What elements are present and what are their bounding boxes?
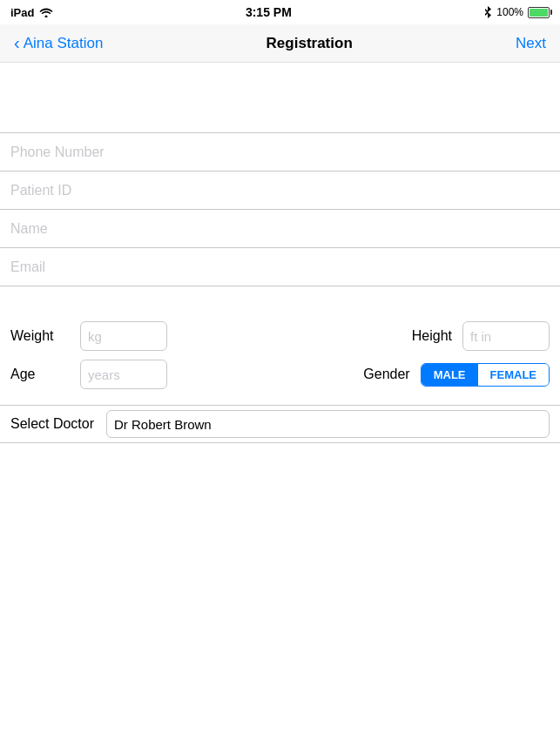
phone-row	[0, 133, 560, 172]
gender-male-button[interactable]: MALE	[422, 364, 478, 386]
next-button[interactable]: Next	[516, 35, 546, 52]
gender-toggle: MALE FEMALE	[421, 363, 550, 387]
weight-input[interactable]	[80, 321, 167, 351]
battery-percent: 100%	[496, 6, 523, 18]
gender-female-button[interactable]: FEMALE	[478, 364, 549, 386]
page-title: Registration	[267, 35, 353, 52]
top-spacer	[0, 63, 560, 132]
status-right: 100%	[483, 6, 550, 18]
email-input[interactable]	[10, 259, 550, 275]
age-gender-row: Age Gender MALE FEMALE	[10, 360, 550, 389]
nav-bar: ‹ Aina Station Registration Next	[0, 24, 560, 63]
patient-id-row	[0, 172, 560, 210]
name-row	[0, 210, 560, 248]
selected-doctor-display[interactable]: Dr Robert Brown	[106, 410, 550, 438]
height-input[interactable]	[462, 321, 550, 351]
device-label: iPad	[10, 6, 34, 19]
gender-group: Gender MALE FEMALE	[363, 363, 550, 387]
inline-fields: Weight Height Age Gender MALE FEMALE	[0, 311, 560, 405]
email-row	[0, 248, 560, 286]
height-label: Height	[412, 328, 452, 344]
bluetooth-icon	[483, 6, 492, 18]
phone-input[interactable]	[10, 145, 550, 160]
back-button[interactable]: ‹ Aina Station	[14, 35, 103, 52]
status-bar: iPad 3:15 PM 100%	[0, 0, 560, 24]
select-doctor-row: Select Doctor Dr Robert Brown	[0, 405, 560, 443]
gender-label: Gender	[363, 367, 409, 382]
select-doctor-label: Select Doctor	[10, 416, 106, 432]
name-input[interactable]	[10, 221, 550, 237]
age-input[interactable]	[80, 360, 167, 389]
weight-height-row: Weight Height	[10, 321, 550, 351]
mid-spacer	[0, 286, 560, 311]
age-label: Age	[10, 367, 80, 382]
status-time: 3:15 PM	[246, 5, 292, 19]
status-left: iPad	[10, 6, 53, 19]
back-label: Aina Station	[24, 35, 104, 52]
chevron-left-icon: ‹	[14, 34, 20, 51]
weight-label: Weight	[10, 328, 80, 344]
form-container: Weight Height Age Gender MALE FEMALE Sel…	[0, 63, 560, 443]
wifi-icon	[39, 8, 53, 17]
height-group: Height	[412, 321, 550, 351]
text-fields-group	[0, 132, 560, 286]
patient-id-input[interactable]	[10, 183, 550, 199]
battery-icon	[528, 7, 550, 18]
